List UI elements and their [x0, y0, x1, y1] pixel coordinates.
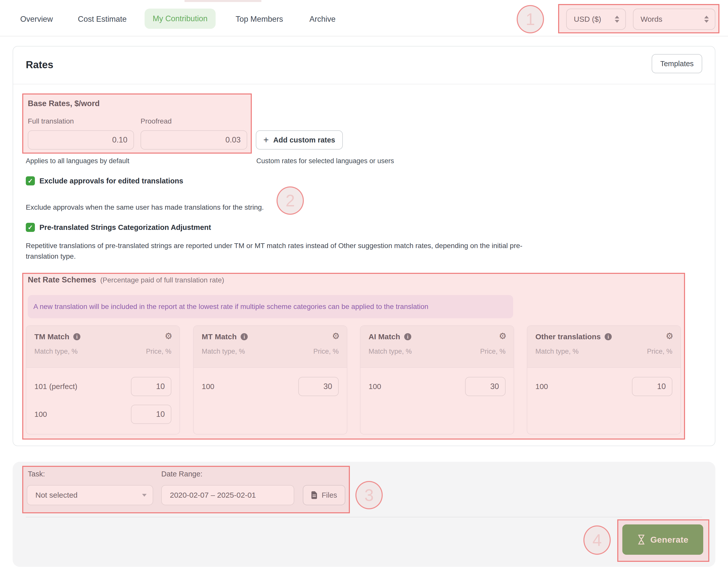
tab-cost-estimate[interactable]: Cost Estimate	[78, 13, 127, 25]
report-settings-page: Overview Cost Estimate My Contribution T…	[0, 0, 728, 580]
tm-match-card: TM Match i ⚙ Match type, % Price, % 101 …	[26, 325, 180, 435]
other-translations-card: Other translations i ⚙ Match type, % Pri…	[527, 325, 681, 435]
lowest-rate-note: A new translation will be included in th…	[28, 295, 513, 318]
full-translation-rate-input[interactable]	[28, 130, 134, 149]
file-icon	[311, 491, 317, 499]
tab-overview[interactable]: Overview	[20, 13, 53, 25]
gear-icon[interactable]: ⚙	[499, 331, 506, 341]
task-select-value: Not selected	[35, 491, 78, 499]
price-column-label: Price, %	[647, 348, 672, 355]
generate-button[interactable]: Generate	[622, 524, 703, 555]
gear-icon[interactable]: ⚙	[666, 331, 673, 341]
units-select[interactable]: Words	[633, 8, 716, 30]
price-input[interactable]	[298, 377, 339, 396]
info-icon[interactable]: i	[73, 333, 80, 340]
check-icon: ✓	[28, 177, 33, 185]
other-translations-title: Other translations	[536, 332, 601, 341]
price-input[interactable]	[131, 377, 172, 396]
date-range-input[interactable]: 2020-02-07 – 2025-02-01	[161, 485, 294, 505]
files-button-label: Files	[321, 491, 337, 499]
table-row: 100	[202, 377, 339, 396]
net-rate-schemes-title: Net Rate Schemes	[28, 275, 96, 284]
currency-select-value: USD ($)	[574, 15, 601, 24]
currency-select[interactable]: USD ($)	[566, 8, 626, 30]
panel-header-divider	[13, 84, 715, 84]
price-input[interactable]	[465, 377, 505, 396]
mt-match-card: MT Match i ⚙ Match type, % Price, % 100	[193, 325, 347, 435]
info-icon[interactable]: i	[241, 333, 248, 340]
check-icon: ✓	[28, 224, 33, 231]
net-rate-schemes-subtitle: (Percentage paid of full translation rat…	[100, 276, 224, 284]
tab-my-contribution[interactable]: My Contribution	[145, 8, 216, 29]
table-row: 100	[536, 377, 672, 396]
pretranslated-adjustment-label: Pre-translated Strings Categorization Ad…	[40, 223, 211, 232]
match-type-column-label: Match type, %	[536, 348, 579, 355]
date-range-label: Date Range:	[161, 470, 203, 478]
plus-icon: +	[263, 135, 269, 144]
match-type-value: 100	[536, 382, 548, 391]
ai-match-card: AI Match i ⚙ Match type, % Price, % 100	[360, 325, 514, 435]
gear-icon[interactable]: ⚙	[332, 331, 340, 341]
base-rates-helper: Applies to all languages by default	[26, 157, 129, 165]
hourglass-icon	[637, 534, 645, 545]
add-custom-rates-label: Add custom rates	[273, 136, 335, 144]
match-type-value: 100	[368, 382, 381, 391]
mt-match-title: MT Match	[202, 332, 237, 341]
ai-match-title: AI Match	[368, 332, 400, 341]
templates-button[interactable]: Templates	[652, 54, 702, 73]
match-type-value: 100	[34, 410, 47, 419]
full-translation-label: Full translation	[28, 117, 74, 125]
info-icon[interactable]: i	[404, 333, 411, 340]
footer-divider	[26, 517, 702, 517]
task-label: Task:	[28, 470, 45, 478]
other-translations-card-header: Other translations i ⚙ Match type, % Pri…	[527, 326, 680, 368]
units-select-value: Words	[641, 15, 662, 24]
generate-button-label: Generate	[650, 535, 688, 545]
task-select[interactable]: Not selected	[27, 485, 153, 505]
exclude-approvals-label: Exclude approvals for edited translation…	[40, 177, 183, 185]
table-row: 100	[34, 405, 172, 424]
match-type-column-label: Match type, %	[202, 348, 245, 355]
tab-archive[interactable]: Archive	[309, 13, 335, 25]
base-rates-title: Base Rates, $/word	[28, 99, 100, 108]
table-row: 100	[368, 377, 505, 396]
price-input[interactable]	[131, 405, 172, 424]
match-type-value: 100	[202, 382, 214, 391]
exclude-approvals-description: Exclude approvals when the same user has…	[26, 202, 264, 213]
pretranslated-adjustment-checkbox[interactable]: ✓	[26, 223, 35, 232]
tm-match-title: TM Match	[34, 332, 69, 341]
generation-panel	[12, 462, 716, 567]
match-type-column-label: Match type, %	[368, 348, 412, 355]
info-icon[interactable]: i	[605, 333, 612, 340]
add-custom-rates-button[interactable]: + Add custom rates	[256, 130, 343, 149]
price-column-label: Price, %	[146, 348, 172, 355]
price-input[interactable]	[632, 377, 672, 396]
date-range-value: 2020-02-07 – 2025-02-01	[170, 491, 256, 499]
annotation-circle-1: 1	[517, 5, 544, 33]
table-row: 101 (perfect)	[34, 377, 172, 396]
cropped-annotation-remnant	[184, 0, 261, 2]
tm-match-card-header: TM Match i ⚙ Match type, % Price, %	[26, 326, 180, 368]
updown-caret-icon	[615, 16, 619, 23]
chevron-down-icon	[142, 494, 147, 497]
rates-panel-title: Rates	[26, 59, 53, 71]
proofread-rate-input[interactable]	[140, 130, 247, 149]
price-column-label: Price, %	[480, 348, 505, 355]
pretranslated-adjustment-description: Repetitive translations of pre-translate…	[26, 241, 554, 262]
mt-match-card-header: MT Match i ⚙ Match type, % Price, %	[193, 326, 347, 368]
price-column-label: Price, %	[313, 348, 339, 355]
custom-rates-helper: Custom rates for selected languages or u…	[256, 157, 394, 165]
tabbar-divider	[0, 36, 728, 36]
ai-match-card-header: AI Match i ⚙ Match type, % Price, %	[361, 326, 514, 368]
tab-top-members[interactable]: Top Members	[236, 13, 283, 25]
match-type-column-label: Match type, %	[34, 348, 78, 355]
updown-caret-icon	[704, 16, 709, 23]
proofread-label: Proofread	[140, 117, 172, 125]
files-button[interactable]: Files	[303, 485, 345, 505]
gear-icon[interactable]: ⚙	[165, 331, 173, 341]
match-type-value: 101 (perfect)	[34, 382, 77, 391]
exclude-approvals-checkbox[interactable]: ✓	[26, 176, 35, 186]
